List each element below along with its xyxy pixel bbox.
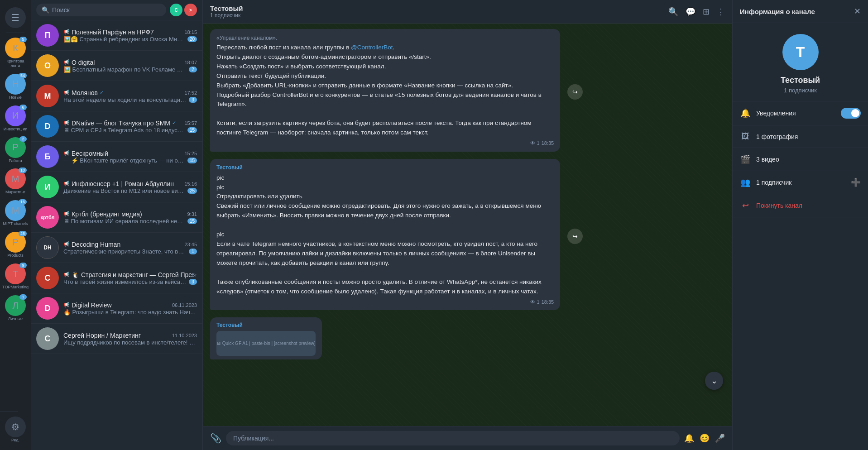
chat-info-krtbl: 📢 Кртбл (брендинг медиа) 9:31 🖥 По мотив… — [63, 211, 197, 225]
layout-icon[interactable]: ⊞ — [703, 7, 710, 17]
msg-row-2: Тестовый pic pic Отредактировать или уда… — [210, 159, 725, 314]
chat-item-influencer[interactable]: И 📢 Инфлюенсер +1 | Роман Абдуллин 15:16… — [31, 172, 202, 202]
marketing-badge: 10 — [19, 168, 27, 173]
sidebar-item-crypto[interactable]: К 5 Криптова люта — [0, 35, 31, 71]
chat-preview-norin: Ищу подрядчиков по посевам в инсте/телег… — [63, 339, 197, 346]
photos-label: 1 фотография — [756, 133, 861, 140]
sidebar-item-marketing[interactable]: М 10 Маркетинг — [0, 166, 31, 197]
search-input[interactable] — [52, 6, 161, 14]
forward-btn-1[interactable]: ↪ — [567, 84, 583, 100]
chat-time-strategy: Вт — [192, 272, 197, 278]
chat-item-dnative[interactable]: D 📢 DNative — блог Ткачука про SMM ✓ 15:… — [31, 111, 202, 142]
bubble-sender-2: Тестовый — [216, 163, 554, 172]
attach-icon[interactable]: 📎 — [210, 433, 221, 444]
add-subscriber-icon[interactable]: ➕ — [851, 177, 861, 187]
megaphone-icon-4: 📢 — [63, 120, 70, 126]
sidebar-item-new[interactable]: Н 54 Новые — [0, 71, 31, 103]
sidebar-item-products[interactable]: P 28 Products — [0, 229, 31, 261]
sidebar-label-new: Новые — [9, 96, 22, 100]
chat-item-decoding[interactable]: DH 📢 Decoding Human 23:45 Стратегические… — [31, 233, 202, 263]
chat-top-krtbl: 📢 Кртбл (брендинг медиа) 9:31 — [63, 211, 197, 218]
chat-time-molyanov: 17:52 — [184, 90, 197, 96]
chat-header-title: Тестовый — [210, 5, 243, 12]
mipt-avatar: M 16 — [5, 200, 26, 221]
chat-item-molyanov[interactable]: М 📢 Молянов ✓ 17:52 На этой неделе мы хо… — [31, 81, 202, 111]
bot-badge-1[interactable]: C — [170, 4, 182, 16]
panel-notifications[interactable]: 🔔 Уведомления — [733, 101, 868, 125]
scroll-down-button[interactable]: ⌄ — [705, 372, 723, 390]
unread-influencer: 25 — [187, 188, 197, 194]
notification-toggle[interactable] — [841, 108, 861, 119]
bubble-views-1: 👁 1 — [530, 139, 539, 147]
unread-dnative: 15 — [187, 127, 197, 133]
megaphone-icon-5: 📢 — [63, 150, 70, 156]
bubble-sender-3: Тестовый — [216, 321, 316, 329]
panel-leave[interactable]: ↩ Покинуть канал — [733, 194, 868, 217]
megaphone-icon: 📢 — [63, 29, 70, 35]
chat-time-decoding: 23:45 — [184, 242, 197, 247]
chat-info-dnative: 📢 DNative — блог Ткачука про SMM ✓ 15:57… — [63, 120, 197, 134]
chat-info-decoding: 📢 Decoding Human 23:45 Стратегические пр… — [63, 241, 197, 255]
marketing-avatar: М 10 — [5, 168, 26, 189]
bubble-text-1: «Управление каналом». Переслать любой по… — [216, 34, 554, 138]
unread-beskormniy: 15 — [187, 158, 197, 163]
more-icon[interactable]: ⋮ — [717, 7, 725, 17]
message-2: Тестовый pic pic Отредактировать или уда… — [210, 159, 560, 310]
notification-panel-icon: 🔔 — [740, 108, 751, 118]
chat-name-krtbl: 📢 Кртбл (брендинг медиа) — [63, 211, 142, 218]
msg-row-3: Тестовый 🖥 Quick GF A1 | paste-bin | [sc… — [210, 317, 725, 363]
chat-info-strategy: 📢 🐧 Стратегия и маркетинг — Сергей Предк… — [63, 271, 197, 285]
bubble-meta-1: 👁 1 18:35 — [216, 139, 554, 147]
search-chat-icon[interactable]: 🔍 — [668, 7, 678, 17]
chat-time-beskormniy: 15:25 — [184, 151, 197, 156]
new-badge: 54 — [19, 73, 27, 78]
chat-time-influencer: 15:16 — [184, 181, 197, 187]
input-actions: 🔔 😊 🎤 — [684, 433, 725, 443]
sidebar-item-work[interactable]: Р 2 Работа — [0, 134, 31, 166]
unread-decoding: 1 — [189, 249, 197, 254]
notification-icon[interactable]: 🔔 — [684, 433, 694, 443]
chat-name-norin: Сергей Норин / Маркетинг — [63, 332, 141, 339]
chat-item-strategy[interactable]: С 📢 🐧 Стратегия и маркетинг — Сергей Пре… — [31, 263, 202, 293]
sidebar-item-mipt[interactable]: M 16 MIPT chanels — [0, 197, 31, 229]
invest-badge: 6 — [19, 105, 27, 110]
sidebar-item-invest[interactable]: И 6 Инвестиц ии — [0, 103, 31, 134]
right-panel: Информация о канале ✕ T Тестовый 1 подпи… — [732, 0, 868, 450]
chat-top-norin: Сергей Норин / Маркетинг 11.10.2023 — [63, 332, 197, 339]
chat-item-digitalreview[interactable]: D 📢 Digital Review 06.11.2023 🔥 Розыгрыш… — [31, 293, 202, 324]
emoji-icon[interactable]: 😊 — [700, 433, 710, 443]
chat-item-krtbl[interactable]: кртбл 📢 Кртбл (брендинг медиа) 9:31 🖥 По… — [31, 202, 202, 233]
search-icon: 🔍 — [42, 6, 49, 14]
sidebar-menu[interactable]: ☰ — [0, 5, 31, 31]
subscribers-panel-icon: 👥 — [740, 177, 751, 187]
voice-icon[interactable]: 💬 — [686, 7, 695, 17]
sidebar-item-topmarketing[interactable]: T 9 TOPMarketing — [0, 261, 31, 292]
chat-item-norin[interactable]: С Сергей Норин / Маркетинг 11.10.2023 Ищ… — [31, 324, 202, 354]
panel-photos[interactable]: 🖼 1 фотография — [733, 125, 868, 148]
chat-item-odigital[interactable]: O 📢 O digital 18:07 🖼️ Бесплатный марафо… — [31, 51, 202, 81]
sidebar-item-settings[interactable]: ⚙ Ред. — [0, 414, 31, 445]
unread-molyanov: 3 — [189, 97, 197, 103]
panel-subscribers[interactable]: 👥 1 подписчик ➕ — [733, 171, 868, 194]
chat-preview-dnative: 🖥 СРМ и СРЈ в Telegram Ads по 18 индустр… — [63, 127, 197, 134]
chat-messages: «Управление каналом». Переслать любой по… — [203, 24, 732, 426]
chat-item-parfun[interactable]: П 📢 Полезный Парфун на НРФ7 18:15 🖼️🤗 Ст… — [31, 20, 202, 51]
chat-preview-parfun: 🖼️🤗 Странный ребрендинг из Омска Многие … — [63, 36, 197, 43]
crypto-badge: 5 — [19, 37, 27, 42]
bot-badge-2[interactable]: > — [184, 4, 197, 16]
chat-avatar-odigital: O — [36, 54, 59, 77]
bubble-views-2: 👁 1 — [530, 298, 539, 306]
forward-btn-2[interactable]: ↪ — [567, 229, 583, 244]
panel-videos[interactable]: 🎬 3 видео — [733, 148, 868, 171]
chat-preview-beskormniy: — ⚡ ВКонтакте прилёг отдохнуть — ни один… — [63, 157, 197, 164]
mic-icon[interactable]: 🎤 — [715, 433, 725, 443]
invest-avatar: И 6 — [5, 105, 26, 126]
close-panel-button[interactable]: ✕ — [854, 6, 861, 16]
sidebar-item-personal[interactable]: Л 1 Личные — [0, 292, 31, 324]
chat-item-beskormniy[interactable]: Б 📢 Бескромный 15:25 — ⚡ ВКонтакте прилё… — [31, 142, 202, 172]
chat-list: 🔍 C > П 📢 Полезный Парфун на НРФ7 18:15 … — [31, 0, 203, 450]
chat-preview-strategy: Что в твоей жизни изменилось из-за кейса… — [63, 278, 197, 285]
controller-bot-link[interactable]: @ControllerBot — [351, 44, 393, 51]
message-input[interactable] — [226, 431, 680, 445]
work-avatar: Р 2 — [5, 137, 26, 158]
